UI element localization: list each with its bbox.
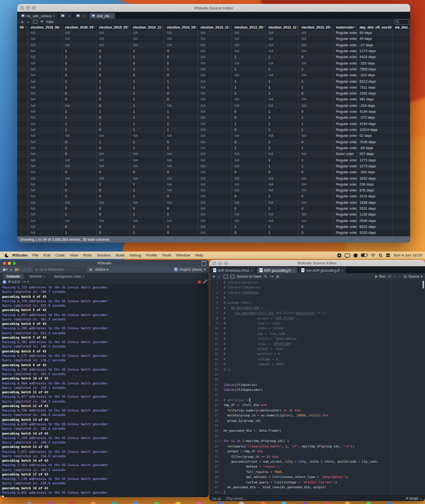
source-tab-non-avr-geocoding-r[interactable]: Rnon-AVR geocoding.R× — [298, 267, 346, 273]
column-header-wk_dist_e[interactable]: wk_dist_e — [392, 25, 410, 30]
sort-icon[interactable] — [196, 26, 197, 29]
dock-app-icon[interactable] — [91, 502, 96, 504]
dock-app-icon[interactable] — [154, 502, 160, 504]
run-next-icon[interactable]: ↓ — [399, 275, 401, 278]
dock-app-icon[interactable] — [302, 502, 308, 504]
menu-item-window[interactable]: Window — [176, 253, 190, 257]
sort-icon[interactable] — [263, 26, 265, 29]
display-mirroring-icon[interactable] — [345, 253, 350, 257]
table-search-input[interactable] — [394, 19, 409, 25]
apple-menu-icon[interactable] — [5, 253, 8, 257]
spotlight-search-icon[interactable] — [379, 253, 383, 257]
zoom-button[interactable] — [13, 262, 16, 265]
sort-icon[interactable] — [330, 26, 332, 29]
popout-icon[interactable] — [224, 275, 228, 279]
close-icon[interactable]: × — [341, 269, 343, 272]
viewer-tab-[interactable]: .× — [59, 13, 73, 19]
sort-icon[interactable] — [25, 26, 27, 29]
close-icon[interactable]: × — [251, 269, 253, 272]
column-header-motorvoter[interactable]: motorvoter — [333, 25, 357, 30]
pane-tab-console[interactable]: Console — [3, 274, 24, 279]
close-icon[interactable]: × — [111, 14, 113, 18]
column-header-election_2012_11[interactable]: election_2012_11 — [266, 25, 299, 30]
close-icon[interactable]: × — [82, 275, 84, 278]
maximize-pane-icon[interactable] — [201, 261, 206, 266]
column-header-election_2013_11[interactable]: election_2013_11 — [198, 25, 232, 30]
sort-icon[interactable] — [296, 26, 298, 29]
menu-item-file[interactable]: File — [33, 253, 39, 257]
clear-console-icon[interactable] — [203, 280, 206, 283]
minimize-button[interactable] — [218, 261, 222, 265]
open-file-icon[interactable]: ▤▾ — [14, 268, 19, 271]
source-on-save-checkbox[interactable] — [230, 275, 234, 279]
battery-icon[interactable] — [361, 253, 367, 257]
dock-app-icon[interactable] — [345, 502, 350, 504]
dock-app-icon[interactable] — [324, 502, 329, 504]
new-file-icon[interactable]: ▣▾ — [2, 268, 7, 271]
close-icon[interactable]: × — [68, 14, 70, 18]
close-button[interactable] — [3, 262, 6, 265]
column-header-election_2012_05[interactable]: election_2012_05 — [299, 25, 333, 30]
filter-funnel-icon[interactable] — [40, 21, 43, 23]
code-editor[interactable]: 1# library(parallel)2# library(tidyverse… — [209, 280, 425, 495]
menu-item-code[interactable]: Code — [55, 253, 65, 257]
save-icon[interactable]: ▪ ▪ — [22, 268, 26, 271]
viewer-titlebar[interactable]: RStudio Source Editor — [17, 4, 410, 12]
fold-arrow-icon[interactable]: ▾ — [220, 491, 224, 494]
popout-icon[interactable] — [33, 20, 37, 24]
menu-item-build[interactable]: Build — [116, 253, 125, 257]
dock-app-icon[interactable] — [366, 502, 371, 504]
forward-arrow-icon[interactable]: ► — [218, 275, 221, 278]
close-icon[interactable]: × — [43, 275, 45, 278]
forward-arrow-icon[interactable]: ► — [27, 20, 30, 24]
pane-tab-background-jobs[interactable]: Background Jobs× — [51, 274, 88, 279]
close-icon[interactable]: × — [293, 269, 294, 272]
back-arrow-icon[interactable]: ◄ — [212, 275, 215, 278]
new-project-icon[interactable]: ● — [10, 268, 12, 271]
source-titlebar[interactable]: RStudio Source Editor — [209, 260, 425, 267]
viewer-tab-vfull_dta[interactable]: vfull_dta× — [89, 13, 115, 19]
source-tab-avr-geocoding-r[interactable]: RAVR geocoding.R× — [257, 267, 297, 273]
print-icon[interactable]: ⎙ — [28, 268, 31, 271]
wifi-icon[interactable] — [371, 253, 375, 257]
dock-app-icon[interactable] — [218, 502, 223, 504]
table-body[interactable]: NANANANANANANANANARegular voter69 daysNA… — [17, 30, 410, 236]
sort-icon[interactable] — [128, 26, 130, 29]
project-menu-button[interactable]: Project: (None) ▾ — [174, 268, 206, 272]
dock-app-icon[interactable] — [260, 502, 265, 504]
source-button[interactable]: ▥ Source ▾ — [404, 275, 423, 279]
dock-app-icon[interactable] — [175, 502, 181, 504]
console-titlebar[interactable]: RStudio — [0, 260, 209, 267]
minimize-button[interactable] — [26, 6, 30, 10]
close-button[interactable] — [20, 6, 24, 10]
menu-bar-clock[interactable]: Sun 4 Jun 18:20 — [393, 253, 422, 257]
addins-grid-icon[interactable]: ▦ — [89, 268, 93, 271]
busy-indicator-icon[interactable] — [198, 281, 201, 284]
run-button[interactable]: Run — [375, 275, 386, 278]
zoom-button[interactable] — [32, 6, 36, 10]
source-tab-avr-timeliness-rmd[interactable]: RAVR timeliness.Rmd× — [210, 267, 256, 273]
sort-icon[interactable] — [161, 26, 163, 29]
column-header-day_dist_eff_nov16[interactable]: day_dist_eff_nov16 — [357, 25, 392, 30]
back-arrow-icon[interactable]: ◄ — [20, 20, 24, 24]
column-header-election_2014_11[interactable]: election_2014_11 — [131, 25, 164, 30]
code-tools-wand-icon[interactable]: ⌁▾ — [270, 275, 274, 278]
dock-app-icon[interactable] — [281, 502, 287, 504]
menu-item-view[interactable]: View — [69, 253, 78, 257]
console-output[interactable]: Passing 5,725 addresses to the US Census… — [0, 284, 209, 497]
menu-item-session[interactable]: Session — [97, 253, 110, 257]
sort-icon[interactable] — [354, 26, 356, 29]
close-icon[interactable]: × — [84, 14, 86, 18]
traffic-lights[interactable] — [3, 262, 16, 265]
sort-icon[interactable] — [94, 26, 96, 29]
column-header-election_2016_06[interactable]: election_2016_06 — [28, 25, 63, 30]
column-header-08[interactable]: 08 — [17, 25, 28, 30]
editor-scrollbar-thumb[interactable] — [423, 281, 424, 288]
zoom-button[interactable] — [224, 261, 228, 265]
fold-arrow-icon[interactable]: ▾ — [220, 440, 224, 442]
menu-item-edit[interactable]: Edit — [44, 253, 51, 257]
filter-label[interactable]: Filter — [46, 20, 54, 24]
menu-item-tools[interactable]: Tools — [162, 253, 171, 257]
column-header-election_2016_05[interactable]: election_2016_05 — [63, 25, 97, 30]
dock-app-icon[interactable] — [196, 502, 202, 504]
